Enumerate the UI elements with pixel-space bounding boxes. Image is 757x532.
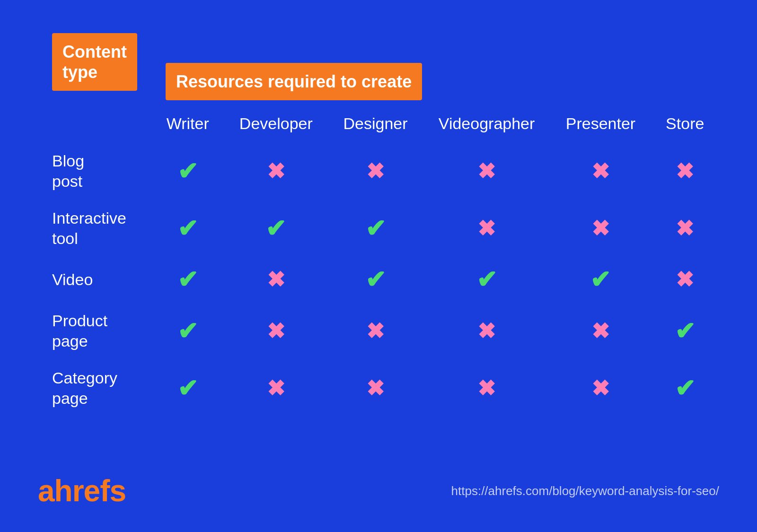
col-writer: Writer	[151, 100, 224, 142]
table-row: Blogpost✔✖✖✖✖✖	[38, 142, 719, 200]
ahrefs-logo: ahrefs	[38, 473, 126, 508]
cell-store-2: ✖	[651, 257, 719, 302]
cell-videographer-1: ✖	[423, 200, 551, 257]
cell-presenter-1: ✖	[550, 200, 651, 257]
content-type-name: Categorypage	[52, 368, 137, 408]
check-icon: ✔	[177, 317, 198, 345]
col-designer: Designer	[328, 100, 423, 142]
col-videographer: Videographer	[423, 100, 551, 142]
content-type-name: Interactivetool	[52, 208, 137, 248]
cell-writer-1: ✔	[151, 200, 224, 257]
col-store: Store	[651, 100, 719, 142]
cross-icon: ✖	[676, 267, 694, 292]
cross-icon: ✖	[366, 158, 385, 184]
cell-designer-4: ✖	[328, 359, 423, 417]
cell-writer-2: ✔	[151, 257, 224, 302]
column-headers-row: Writer Developer Designer Videographer P…	[38, 100, 719, 142]
content-type-label: Content type	[52, 33, 137, 91]
cell-presenter-4: ✖	[550, 359, 651, 417]
cross-icon: ✖	[477, 318, 496, 344]
cell-developer-2: ✖	[224, 257, 328, 302]
check-icon: ✔	[177, 214, 198, 243]
cross-icon: ✖	[591, 216, 610, 241]
check-icon: ✔	[365, 214, 386, 243]
cross-icon: ✖	[676, 158, 694, 184]
logo-text: ahrefs	[38, 474, 126, 508]
cell-store-0: ✖	[651, 142, 719, 200]
check-icon: ✔	[177, 157, 198, 185]
col-content-type	[38, 100, 151, 142]
check-icon: ✔	[590, 265, 611, 294]
cell-videographer-2: ✔	[423, 257, 551, 302]
cell-presenter-3: ✖	[550, 302, 651, 359]
table-row: Productpage✔✖✖✖✖✔	[38, 302, 719, 359]
row-label-1: Interactivetool	[38, 200, 151, 257]
content-type-header: Content type	[38, 24, 151, 100]
cell-presenter-0: ✖	[550, 142, 651, 200]
resources-label: Resources required to create	[166, 63, 422, 100]
cell-store-1: ✖	[651, 200, 719, 257]
cell-writer-4: ✔	[151, 359, 224, 417]
col-presenter: Presenter	[550, 100, 651, 142]
row-label-2: Video	[38, 257, 151, 302]
cell-presenter-2: ✔	[550, 257, 651, 302]
cell-developer-4: ✖	[224, 359, 328, 417]
check-icon: ✔	[675, 317, 695, 345]
cross-icon: ✖	[591, 318, 610, 344]
cell-store-3: ✔	[651, 302, 719, 359]
content-type-name: Video	[52, 270, 137, 290]
cross-icon: ✖	[591, 375, 610, 401]
row-label-3: Productpage	[38, 302, 151, 359]
cell-videographer-0: ✖	[423, 142, 551, 200]
cross-icon: ✖	[267, 158, 285, 184]
cross-icon: ✖	[477, 216, 496, 241]
table-row: Video✔✖✔✔✔✖	[38, 257, 719, 302]
row-label-4: Categorypage	[38, 359, 151, 417]
check-icon: ✔	[177, 265, 198, 294]
check-icon: ✔	[675, 374, 695, 402]
page-container: Content type Resources required to creat…	[0, 0, 757, 532]
cross-icon: ✖	[591, 158, 610, 184]
footer: ahrefs https://ahrefs.com/blog/keyword-a…	[38, 459, 719, 508]
table-wrapper: Content type Resources required to creat…	[38, 24, 719, 454]
cross-icon: ✖	[366, 375, 385, 401]
check-icon: ✔	[476, 265, 497, 294]
cell-videographer-4: ✖	[423, 359, 551, 417]
row-label-0: Blogpost	[38, 142, 151, 200]
cell-designer-0: ✖	[328, 142, 423, 200]
cross-icon: ✖	[267, 375, 285, 401]
cell-store-4: ✔	[651, 359, 719, 417]
col-developer: Developer	[224, 100, 328, 142]
content-type-name: Blogpost	[52, 151, 137, 191]
content-type-name: Productpage	[52, 311, 137, 351]
check-icon: ✔	[177, 374, 198, 402]
header-row: Content type Resources required to creat…	[38, 24, 719, 100]
cell-developer-1: ✔	[224, 200, 328, 257]
cross-icon: ✖	[267, 267, 285, 292]
check-icon: ✔	[265, 214, 286, 243]
cross-icon: ✖	[477, 158, 496, 184]
table-row: Interactivetool✔✔✔✖✖✖	[38, 200, 719, 257]
cross-icon: ✖	[477, 375, 496, 401]
cell-developer-3: ✖	[224, 302, 328, 359]
resources-table: Content type Resources required to creat…	[38, 24, 719, 417]
cell-designer-2: ✔	[328, 257, 423, 302]
cell-developer-0: ✖	[224, 142, 328, 200]
table-row: Categorypage✔✖✖✖✖✔	[38, 359, 719, 417]
footer-url: https://ahrefs.com/blog/keyword-analysis…	[451, 484, 719, 498]
cross-icon: ✖	[366, 318, 385, 344]
cell-writer-3: ✔	[151, 302, 224, 359]
resources-header: Resources required to create	[151, 24, 719, 100]
cell-videographer-3: ✖	[423, 302, 551, 359]
cell-designer-1: ✔	[328, 200, 423, 257]
cell-designer-3: ✖	[328, 302, 423, 359]
cross-icon: ✖	[676, 216, 694, 241]
cross-icon: ✖	[267, 318, 285, 344]
cell-writer-0: ✔	[151, 142, 224, 200]
check-icon: ✔	[365, 265, 386, 294]
